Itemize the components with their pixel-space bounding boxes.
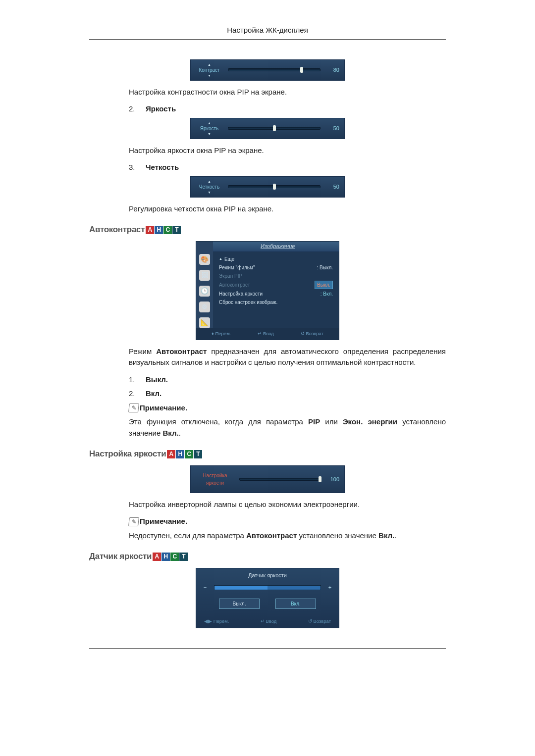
osd-tools-icon: 📐 <box>199 317 210 328</box>
contrast-slider-track[interactable] <box>228 68 321 71</box>
heading-brightness-sensor-text: Датчик яркости <box>89 552 152 561</box>
osd-gear-icon: ⚙ <box>199 302 210 312</box>
osd-item-autocontrast-label: Автоконтраст <box>219 281 250 289</box>
note-icon: ✎ <box>128 403 139 412</box>
list-number: 3. <box>129 162 137 173</box>
sharpness-slider-label: ▲ Четкость ▼ <box>196 180 223 194</box>
sharpness-description: Регулировка четкости окна PIP на экране. <box>129 203 446 215</box>
sensor-footer-return: ↺ Возврат <box>308 618 331 625</box>
autocontrast-paragraph: Режим Автоконтраст предназначен для авто… <box>129 346 446 368</box>
osd-menu-panel: 🎨 🖼 🕒 ⚙ 📐 Изображение ▲ Еще Режим "фильм… <box>196 241 339 340</box>
heading-brightness-sensor: Датчик яркостиAHCT <box>89 550 446 563</box>
sensor-bar[interactable] <box>214 585 321 590</box>
osd-item-brightness-adj-value: : Вкл. <box>321 290 333 298</box>
brightness-adjust-slider-track[interactable] <box>239 478 321 481</box>
badge-a: A <box>153 553 161 561</box>
brightness-adjust-description: Настройка инверторной лампы с целью экон… <box>129 499 446 510</box>
osd-item-more: Еще <box>224 255 234 263</box>
brightness-adjust-slider-panel: Настройка яркости 100 <box>190 465 345 493</box>
list-number: 2. <box>129 103 137 115</box>
brightness-adjust-note: Недоступен, если для параметра Автоконтр… <box>129 530 446 542</box>
osd-title: Изображение <box>213 242 339 252</box>
badge-a: A <box>146 226 154 234</box>
badge-t: T <box>194 450 202 458</box>
osd-item-movie-label: Режим "фильм" <box>219 264 255 271</box>
list-number: 1. <box>129 374 137 386</box>
osd-icon-column: 🎨 🖼 🕒 ⚙ 📐 <box>196 242 213 328</box>
sharpness-slider-thumb[interactable] <box>273 184 276 190</box>
page-header: Настройка ЖК-дисплея <box>89 25 446 40</box>
brightness-slider-panel: ▲ Яркость ▼ 50 <box>190 118 345 139</box>
sensor-plus-icon[interactable]: + <box>327 583 333 592</box>
osd-footer-return: ↺ Возврат <box>301 330 323 337</box>
osd-item-movie-value: : Выкл. <box>317 264 333 271</box>
mode-badges: AHCT <box>153 553 188 561</box>
badge-t: T <box>172 226 181 234</box>
osd-footer-move: ♦ Перем. <box>212 330 231 337</box>
triangle-up-icon: ▲ <box>196 63 223 66</box>
bottom-rule <box>89 648 446 649</box>
triangle-up-icon: ▲ <box>196 121 223 125</box>
list-label-off: Выкл. <box>146 374 168 386</box>
sensor-footer-move: ◀▶ Перем. <box>204 618 229 625</box>
brightness-adjust-label-text: Настройка яркости <box>203 473 227 486</box>
osd-item-brightness-adj-label: Настройка яркости <box>219 290 263 298</box>
osd-footer-enter: ↵ Ввод <box>258 330 274 337</box>
badge-h: H <box>155 226 163 234</box>
list-number: 2. <box>129 388 137 400</box>
sensor-footer-enter: ↵ Ввод <box>261 618 277 625</box>
triangle-up-icon: ▲ <box>196 180 223 183</box>
triangle-down-icon: ▼ <box>196 191 223 194</box>
brightness-label-text: Яркость <box>200 126 219 131</box>
mode-badges: AHCT <box>146 226 181 234</box>
contrast-slider-value: 80 <box>325 66 339 74</box>
sharpness-slider-value: 50 <box>325 183 339 191</box>
brightness-adjust-slider-label: Настройка яркости <box>196 472 234 487</box>
sharpness-slider-track[interactable] <box>228 185 321 188</box>
note-icon: ✎ <box>128 517 139 526</box>
badge-h: H <box>161 553 170 561</box>
note-label: Примечание. <box>140 516 187 527</box>
contrast-label-text: Контраст <box>199 67 219 73</box>
osd-palette-icon: 🎨 <box>199 254 210 265</box>
badge-c: C <box>185 450 193 458</box>
osd-clock-icon: 🕒 <box>199 286 210 297</box>
note-label: Примечание. <box>140 403 187 414</box>
sensor-off-button[interactable]: Выкл. <box>219 599 260 609</box>
triangle-down-icon: ▼ <box>196 74 223 77</box>
heading-brightness-adjust: Настройка яркостиAHCT <box>89 448 446 460</box>
heading-autocontrast: АвтоконтрастAHCT <box>89 223 446 236</box>
triangle-down-icon: ▼ <box>196 132 223 136</box>
heading-brightness-adjust-text: Настройка яркости <box>89 449 166 458</box>
badge-a: A <box>167 450 175 458</box>
sensor-minus-icon[interactable]: − <box>202 583 208 592</box>
sensor-title: Датчик яркости <box>196 568 339 582</box>
heading-autocontrast-text: Автоконтраст <box>89 225 145 234</box>
triangle-up-icon: ▲ <box>219 256 222 262</box>
brightness-description: Настройка яркости окна PIP на экране. <box>129 145 446 156</box>
badge-c: C <box>163 226 172 234</box>
sensor-on-button[interactable]: Вкл. <box>275 599 316 609</box>
mode-badges: AHCT <box>167 450 203 458</box>
list-label-sharpness: Четкость <box>146 162 179 173</box>
brightness-adjust-slider-thumb[interactable] <box>319 476 321 482</box>
sharpness-slider-panel: ▲ Четкость ▼ 50 <box>190 176 345 198</box>
contrast-description: Настройка контрастности окна PIP на экра… <box>129 87 446 98</box>
contrast-slider-thumb[interactable] <box>300 67 303 73</box>
badge-t: T <box>179 553 188 561</box>
list-label-on: Вкл. <box>146 388 161 400</box>
osd-item-autocontrast-value: Выкл. <box>315 281 333 289</box>
osd-picture-icon: 🖼 <box>199 270 210 281</box>
osd-item-pip-screen: Экран PIP <box>219 272 242 280</box>
brightness-slider-track[interactable] <box>228 127 321 130</box>
brightness-slider-thumb[interactable] <box>273 125 276 131</box>
osd-item-reset: Сброс настроек изображ. <box>219 299 277 306</box>
brightness-slider-label: ▲ Яркость ▼ <box>196 121 223 136</box>
brightness-sensor-panel: Датчик яркости − + Выкл. Вкл. ◀▶ Перем. … <box>196 568 339 628</box>
autocontrast-note: Эта функция отключена, когда для парамет… <box>129 416 446 439</box>
contrast-slider-panel: ▲ Контраст ▼ 80 <box>190 59 345 81</box>
badge-c: C <box>170 553 179 561</box>
list-label-brightness: Яркость <box>146 103 176 115</box>
contrast-slider-label: ▲ Контраст ▼ <box>196 63 223 77</box>
badge-h: H <box>176 450 184 458</box>
